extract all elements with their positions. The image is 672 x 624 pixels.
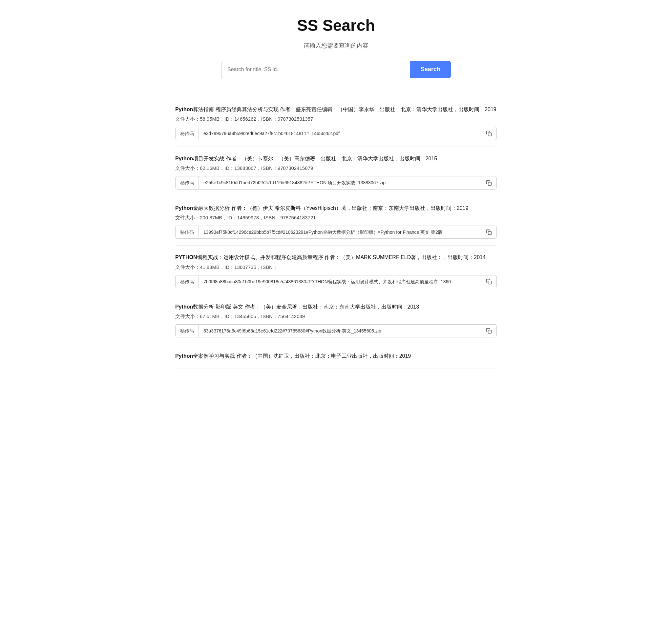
result-meta: 文件大小：41.83MB，ID：13607735，ISBN： <box>175 263 497 271</box>
secret-code-row: 秘传码 e3d789579ua4b5982ed6ec9a27f8c1b0#618… <box>175 127 497 140</box>
title-prefix: Python <box>175 353 193 359</box>
table-row: Python数据分析 影印版 英文 作者：（美）麦金尼著，出版社：南京：东南大学… <box>175 295 497 345</box>
table-row: Python项目开发实战 作者：（美）卡塞尔，（美）高尔德著，出版社：北京：清华… <box>175 147 497 197</box>
secret-code-row: 秘传码 e255e1c9c81f0dd1bed72bf252c1d119#651… <box>175 176 497 189</box>
title-rest: 编程实战：运用设计模式、并发和程序创建高质量程序 作者：（美）MARK SUMM… <box>197 255 486 260</box>
search-button[interactable]: Search <box>410 61 451 78</box>
copy-icon <box>486 180 492 186</box>
result-meta: 文件大小：67.51MB，ID：13455605，ISBN：7564142049 <box>175 312 497 320</box>
title-prefix: Python <box>175 205 193 211</box>
copy-icon <box>486 130 492 136</box>
copy-button[interactable] <box>481 128 496 139</box>
page-subtitle: 请输入您需要查询的内容 <box>175 41 497 51</box>
secret-value: 53a3376175a5c49f6b68a15e61efd222#7078568… <box>199 324 481 337</box>
results-list: Python算法指南 程序员经典算法分析与实现 作者：盛东亮责任编辑；（中国）李… <box>175 98 497 369</box>
secret-code-row: 秘传码 7b0f68a88baca80c1b0be19e900818c5#438… <box>175 275 497 288</box>
secret-label: 秘传码 <box>176 127 199 140</box>
secret-label: 秘传码 <box>176 324 199 337</box>
svg-rect-0 <box>488 133 492 136</box>
result-title: Python项目开发实战 作者：（美）卡塞尔，（美）高尔德著，出版社：北京：清华… <box>175 154 497 163</box>
table-row: Python金融大数据分析 作者：（德）伊夫·希尔皮斯科（YvesHilpisc… <box>175 197 497 246</box>
table-row: PYTHON编程实战：运用设计模式、并发和程序创建高质量程序 作者：（美）MAR… <box>175 245 497 295</box>
result-title: Python全案例学习与实践 作者：（中国）沈红卫，出版社：北京：电子工业出版社… <box>175 352 497 360</box>
title-rest: 金融大数据分析 作者：（德）伊夫·希尔皮斯科（YvesHilpisch）著，出版… <box>193 205 468 211</box>
title-prefix: Python <box>175 156 193 161</box>
secret-label: 秘传码 <box>176 276 199 288</box>
copy-button[interactable] <box>481 276 496 287</box>
secret-value: 13993ef75k0cf14296ce29bbb5b7f5cd#2106232… <box>199 226 481 238</box>
title-prefix: Python <box>175 107 193 112</box>
result-title: Python数据分析 影印版 英文 作者：（美）麦金尼著，出版社：南京：东南大学… <box>175 302 497 311</box>
secret-label: 秘传码 <box>176 176 199 189</box>
result-title: PYTHON编程实战：运用设计模式、并发和程序创建高质量程序 作者：（美）MAR… <box>175 253 497 262</box>
result-title: Python算法指南 程序员经典算法分析与实现 作者：盛东亮责任编辑；（中国）李… <box>175 105 497 114</box>
svg-rect-1 <box>488 182 492 185</box>
secret-value: 7b0f68a88baca80c1b0be19e900818c5#4386138… <box>199 276 481 288</box>
page-title: SS Search <box>175 13 497 38</box>
title-rest: 算法指南 程序员经典算法分析与实现 作者：盛东亮责任编辑；（中国）李永华，出版社… <box>193 107 496 112</box>
svg-rect-4 <box>488 330 492 334</box>
svg-rect-3 <box>488 281 492 284</box>
table-row: Python算法指南 程序员经典算法分析与实现 作者：盛东亮责任编辑；（中国）李… <box>175 98 497 147</box>
secret-code-row: 秘传码 53a3376175a5c49f6b68a15e61efd222#707… <box>175 324 497 337</box>
result-meta: 文件大小：62.16MB，ID：13883067，ISBN：9787302415… <box>175 164 497 172</box>
secret-value: e3d789579ua4b5982ed6ec9a27f8c1b0#6181481… <box>199 127 481 140</box>
search-input[interactable] <box>221 61 410 78</box>
secret-label: 秘传码 <box>176 226 199 238</box>
secret-code-row: 秘传码 13993ef75k0cf14296ce29bbb5b7f5cd#210… <box>175 226 497 239</box>
title-prefix: PYTHON <box>175 255 197 260</box>
table-row: Python全案例学习与实践 作者：（中国）沈红卫，出版社：北京：电子工业出版社… <box>175 344 497 369</box>
copy-icon <box>486 229 492 235</box>
copy-icon <box>486 328 492 334</box>
secret-value: e255e1c9c81f0dd1bed72bf252c1d119#6518438… <box>199 176 481 189</box>
result-title: Python金融大数据分析 作者：（德）伊夫·希尔皮斯科（YvesHilpisc… <box>175 204 497 212</box>
title-rest: 项目开发实战 作者：（美）卡塞尔，（美）高尔德著，出版社：北京：清华大学出版社，… <box>193 156 437 161</box>
result-meta: 文件大小：58.95MB，ID：14656262，ISBN：9787302531… <box>175 115 497 123</box>
copy-icon <box>486 279 492 285</box>
page-header: SS Search 请输入您需要查询的内容 <box>175 13 497 51</box>
copy-button[interactable] <box>481 177 496 188</box>
copy-button[interactable] <box>481 325 496 336</box>
result-meta: 文件大小：200.87MB，ID：14659978，ISBN：978756418… <box>175 214 497 222</box>
title-rest: 全案例学习与实践 作者：（中国）沈红卫，出版社：北京：电子工业出版社，出版时间：… <box>193 353 411 359</box>
copy-button[interactable] <box>481 227 496 238</box>
svg-rect-2 <box>488 232 492 235</box>
title-prefix: Python <box>175 304 193 310</box>
title-rest: 数据分析 影印版 英文 作者：（美）麦金尼著，出版社：南京：东南大学出版社，出版… <box>193 304 419 310</box>
search-bar: Search <box>221 61 451 78</box>
